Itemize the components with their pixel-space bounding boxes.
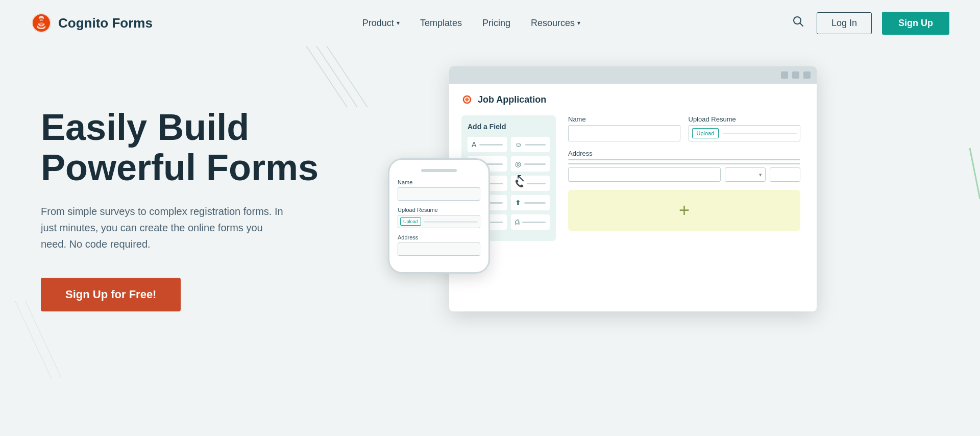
field-option-upload[interactable]: ⬆ — [511, 195, 550, 210]
field-option-row-1: A ☺ — [468, 137, 550, 152]
form-builder-window: Job Application Add a Field A — [449, 66, 817, 311]
choice-field-icon: ☺ — [515, 140, 522, 149]
form-upload-label: Upload Resume — [689, 115, 801, 123]
address-state-select[interactable]: ▾ — [725, 167, 766, 182]
field-option-choice[interactable]: ☺ — [511, 137, 550, 152]
nav-templates[interactable]: Templates — [420, 18, 462, 29]
form-name-upload-row: Name Upload Resume Upload — [568, 115, 800, 141]
mobile-address-input[interactable] — [398, 243, 480, 256]
form-builder-cols: Add a Field A ☺ — [461, 115, 804, 241]
address-city-input[interactable] — [568, 167, 721, 182]
form-upload-area: Upload — [689, 125, 801, 141]
upload-field-icon: ⬆ — [515, 199, 521, 207]
address-street-input[interactable] — [568, 159, 800, 160]
address-city-state-row: ▾ — [568, 167, 800, 182]
form-upload-line — [723, 133, 797, 134]
form-address-field: Address ▾ — [568, 150, 800, 182]
mobile-address-label: Address — [398, 234, 480, 240]
chevron-down-icon: ▾ — [397, 19, 400, 27]
hero-title: Easily Build Powerful Forms — [41, 107, 347, 188]
form-title: Job Application — [478, 94, 546, 105]
field-option-line — [525, 144, 546, 146]
add-section-box[interactable]: + — [568, 190, 800, 231]
cta-signup-button[interactable]: Sign Up for Free! — [41, 278, 181, 311]
field-option-share[interactable]: ⎙ — [511, 214, 550, 230]
field-option-line — [527, 183, 546, 184]
nav-resources[interactable]: Resources ▾ — [531, 18, 580, 29]
chevron-down-icon: ▾ — [759, 172, 762, 178]
chevron-down-icon: ▾ — [577, 19, 580, 27]
cognito-logo-icon — [31, 12, 52, 34]
search-button[interactable] — [790, 13, 806, 33]
phone-notch — [421, 169, 457, 172]
logo[interactable]: Cognito Forms — [31, 12, 153, 34]
form-name-label: Name — [568, 115, 680, 123]
address-inputs: ▾ — [568, 159, 800, 182]
main-nav: Product ▾ Templates Pricing Resources ▾ — [362, 18, 580, 29]
mobile-upload-field: Upload Resume Upload — [398, 207, 480, 228]
signup-button[interactable]: Sign Up — [882, 12, 949, 35]
window-minimize-icon[interactable] — [781, 71, 788, 79]
form-address-label: Address — [568, 150, 800, 157]
text-field-icon: A — [472, 140, 476, 149]
field-option-line — [479, 144, 502, 146]
form-logo-icon — [461, 94, 473, 105]
add-field-title: Add a Field — [468, 123, 550, 131]
hero-section: Easily Build Powerful Forms From simple … — [0, 46, 980, 436]
mobile-name-input[interactable] — [398, 187, 480, 201]
form-name-field: Name — [568, 115, 680, 141]
search-icon — [793, 16, 804, 27]
form-upload-field: Upload Resume Upload — [689, 115, 801, 141]
field-option-line — [524, 163, 546, 165]
share-field-icon: ⎙ — [515, 218, 519, 226]
address-zip-input[interactable] — [770, 167, 800, 182]
nav-actions: Log In Sign Up — [790, 12, 949, 35]
hero-left-content: Easily Build Powerful Forms From simple … — [41, 77, 347, 311]
mobile-preview: Name Upload Resume Upload Address — [388, 158, 490, 274]
form-preview-panel: Name Upload Resume Upload — [564, 115, 804, 241]
mobile-upload-area: Upload — [398, 215, 480, 228]
mobile-name-field: Name — [398, 179, 480, 201]
login-button[interactable]: Log In — [817, 12, 872, 34]
add-section-icon: + — [679, 200, 690, 221]
window-close-icon[interactable] — [803, 71, 811, 79]
window-titlebar — [449, 66, 817, 84]
field-option-text[interactable]: A — [468, 137, 507, 152]
address-street2-input[interactable] — [568, 163, 800, 164]
field-option-address[interactable]: ◎ — [511, 156, 550, 172]
address-field-icon: ◎ — [515, 160, 521, 168]
logo-text: Cognito Forms — [58, 15, 153, 31]
form-name-input[interactable] — [568, 125, 680, 141]
window-maximize-icon[interactable] — [792, 71, 799, 79]
nav-pricing[interactable]: Pricing — [482, 18, 510, 29]
svg-line-8 — [26, 301, 61, 378]
window-body: Job Application Add a Field A — [449, 84, 817, 251]
nav-product[interactable]: Product ▾ — [362, 18, 400, 29]
svg-line-9 — [970, 148, 980, 199]
field-option-phone[interactable]: 📞 ↖ — [511, 176, 550, 191]
svg-line-7 — [15, 301, 51, 378]
mobile-upload-button[interactable]: Upload — [400, 217, 421, 226]
field-option-line — [524, 202, 546, 204]
field-option-line — [522, 222, 546, 223]
mobile-name-label: Name — [398, 179, 480, 185]
phone-field-icon: 📞 — [515, 179, 524, 187]
header: Cognito Forms Product ▾ Templates Pricin… — [0, 0, 980, 46]
hero-subtitle: From simple surveys to complex registrat… — [41, 203, 286, 252]
mobile-upload-label: Upload Resume — [398, 207, 480, 213]
mobile-upload-line — [424, 221, 478, 223]
form-header: Job Application — [461, 94, 804, 105]
svg-line-3 — [800, 23, 803, 27]
mobile-address-field: Address — [398, 234, 480, 256]
form-upload-button[interactable]: Upload — [692, 128, 719, 138]
